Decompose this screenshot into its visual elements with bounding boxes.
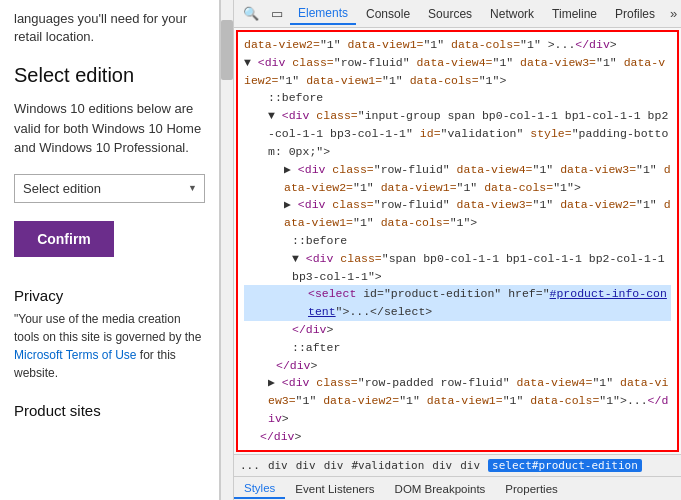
tree-line-text: ::before [292,232,347,250]
tab-console[interactable]: Console [358,4,418,24]
tree-line[interactable]: </div> [244,446,671,452]
tree-line[interactable]: ::before [244,232,671,250]
devtools-bottom-tabs: StylesEvent ListenersDOM BreakpointsProp… [234,476,681,500]
breadcrumb-item[interactable]: ... [240,459,260,472]
bottom-tab-styles[interactable]: Styles [234,479,285,499]
tree-line[interactable]: ::before [244,89,671,107]
tree-line[interactable]: ▶ <div class="row-fluid" data-view3="1" … [244,196,671,232]
tree-line-text: </div> [292,321,333,339]
tree-line[interactable]: </div> [244,357,671,375]
tab-profiles[interactable]: Profiles [607,4,663,24]
tab-timeline[interactable]: Timeline [544,4,605,24]
tree-line[interactable]: ::after [244,339,671,357]
devtools-breadcrumb: ... div div div #validation div div sele… [234,454,681,476]
scrollbar[interactable] [220,0,234,500]
tree-line-text: </div> [276,357,317,375]
bottom-tab-event-listeners[interactable]: Event Listeners [285,480,384,498]
tree-line-text: ▶ <div class="row-padded row-fluid" data… [268,374,671,427]
privacy-title: Privacy [14,287,205,304]
breadcrumb-item[interactable]: select#product-edition [488,459,642,472]
tree-line-text: </div> [260,446,301,452]
breadcrumb-item[interactable]: div [460,459,480,472]
tree-line-text: ::after [292,339,340,357]
section-title: Select edition [14,64,205,87]
tree-line-text: </div> [260,428,301,446]
html-tree[interactable]: data-view2="1" data-view1="1" data-cols=… [236,30,679,452]
breadcrumb-item[interactable]: div [268,459,288,472]
tree-line-text: ▶ <div class="row-fluid" data-view4="1" … [284,161,671,197]
tree-line[interactable]: ▶ <div class="row-padded row-fluid" data… [244,374,671,427]
devtools-toolbar: 🔍 ▭ Elements Console Sources Network Tim… [234,0,681,28]
intro-text: languages you'll need for your retail lo… [14,10,205,46]
tree-line[interactable]: <select id="product-edition" href="#prod… [244,285,671,321]
breadcrumb-item[interactable]: #validation [352,459,425,472]
tree-line-text: ▶ <div class="row-fluid" data-view3="1" … [284,196,671,232]
devtools-panel: 🔍 ▭ Elements Console Sources Network Tim… [234,0,681,500]
tab-elements[interactable]: Elements [290,3,356,25]
tree-line-text: data-view2="1" data-view1="1" data-cols=… [244,36,617,54]
edition-select[interactable]: Select edition Windows 10 Windows 10 Hom… [14,174,205,203]
tab-network[interactable]: Network [482,4,542,24]
bottom-tab-dom-breakpoints[interactable]: DOM Breakpoints [385,480,496,498]
tree-line[interactable]: ▼ <div class="input-group span bp0-col-1… [244,107,671,160]
confirm-button[interactable]: Confirm [14,221,114,257]
tree-line[interactable]: ▶ <div class="row-fluid" data-view4="1" … [244,161,671,197]
privacy-section: Privacy "Your use of the media creation … [14,287,205,382]
tree-line-text: <select id="product-edition" href="#prod… [308,285,671,321]
tree-line[interactable]: </div> [244,321,671,339]
privacy-text: "Your use of the media creation tools on… [14,310,205,382]
edition-description: Windows 10 editions below are valid for … [14,99,205,158]
scrollbar-thumb[interactable] [221,20,233,80]
tree-line-text: ▼ <div class="input-group span bp0-col-1… [268,107,671,160]
devtools-inspect-icon[interactable]: 🔍 [238,4,264,23]
privacy-link[interactable]: Microsoft Terms of Use [14,348,136,362]
left-panel: languages you'll need for your retail lo… [0,0,220,500]
tree-line-text: ▼ <div class="span bp0-col-1-1 bp1-col-1… [292,250,671,286]
breadcrumb-item[interactable]: div [324,459,344,472]
tree-line[interactable]: </div> [244,428,671,446]
breadcrumb-item[interactable]: div [432,459,452,472]
tree-line[interactable]: ▼ <div class="row-fluid" data-view4="1" … [244,54,671,90]
devtools-more-btn[interactable]: » [665,4,681,23]
tree-line-text: ::before [268,89,323,107]
tab-sources[interactable]: Sources [420,4,480,24]
edition-select-wrapper: Select edition Windows 10 Windows 10 Hom… [14,174,205,203]
devtools-device-icon[interactable]: ▭ [266,4,288,23]
breadcrumb-item[interactable]: div [296,459,316,472]
tree-line[interactable]: data-view2="1" data-view1="1" data-cols=… [244,36,671,54]
privacy-text-before: "Your use of the media creation tools on… [14,312,201,344]
bottom-tab-properties[interactable]: Properties [495,480,567,498]
tree-line-text: ▼ <div class="row-fluid" data-view4="1" … [244,54,671,90]
product-sites-title: Product sites [14,402,205,419]
tree-line[interactable]: ▼ <div class="span bp0-col-1-1 bp1-col-1… [244,250,671,286]
